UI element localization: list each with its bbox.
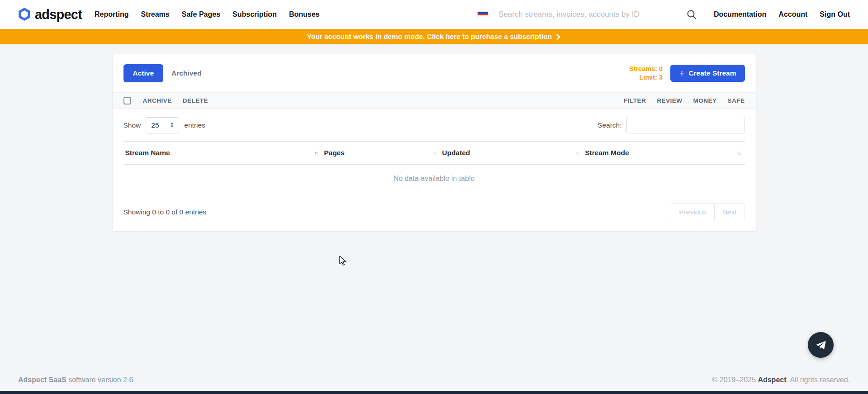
streams-count: Streams: 0 — [629, 65, 663, 73]
previous-page-button[interactable]: Previous — [671, 203, 714, 221]
streams-limit: Limit: 3 — [629, 73, 663, 82]
table-search-label: Search: — [598, 121, 621, 129]
nav-bonuses[interactable]: Bonuses — [289, 10, 320, 19]
column-header-stream-mode[interactable]: Stream Mode ↑↓ — [583, 142, 745, 165]
next-page-button[interactable]: Next — [714, 203, 745, 221]
entries-label: entries — [184, 121, 205, 129]
nav-streams[interactable]: Streams — [141, 10, 170, 19]
header-search-area — [332, 9, 701, 20]
sort-icon: ↑↓ — [575, 150, 579, 157]
column-header-stream-name[interactable]: Stream Name ↑↓ — [123, 142, 323, 165]
plus-icon: + — [679, 69, 684, 77]
column-header-pages[interactable]: Pages ↑↓ — [322, 142, 440, 165]
card-footer-row: Showing 0 to 0 of 0 entries Previous Nex… — [113, 193, 756, 231]
entries-select-value: 25 — [151, 121, 159, 129]
top-links: Documentation Account Sign Out — [702, 10, 850, 19]
streams-table: Stream Name ↑↓ Pages ↑↓ Updated ↑↓ — [123, 141, 745, 193]
streams-card: Active Archived Streams: 0 Limit: 3 + Cr… — [112, 54, 756, 232]
toggle-review[interactable]: REVIEW — [657, 97, 682, 104]
empty-row: No data available in table — [123, 165, 745, 193]
card-header-row: Active Archived Streams: 0 Limit: 3 + Cr… — [113, 54, 756, 92]
table-info: Showing 0 to 0 of 0 entries — [123, 208, 207, 216]
chevron-right-icon — [556, 33, 561, 40]
table-search-wrap: Search: — [598, 117, 745, 133]
column-header-updated[interactable]: Updated ↑↓ — [440, 142, 583, 165]
tab-archived[interactable]: Archived — [163, 64, 209, 82]
telegram-chat-button[interactable] — [808, 332, 834, 358]
toggle-safe[interactable]: SAFE — [727, 97, 745, 104]
sort-icon: ↑↓ — [737, 150, 740, 157]
tab-active[interactable]: Active — [123, 64, 164, 82]
bulk-actions-bar: ARCHIVE DELETE FILTER REVIEW MONEY SAFE — [113, 92, 756, 109]
demo-banner-text[interactable]: Your account works in demo mode. Click h… — [307, 33, 552, 41]
demo-mode-banner[interactable]: Your account works in demo mode. Click h… — [0, 29, 868, 44]
main-nav: Reporting Streams Safe Pages Subscriptio… — [95, 10, 332, 19]
mouse-cursor — [338, 256, 348, 266]
nav-documentation[interactable]: Documentation — [714, 10, 766, 19]
toggle-filter[interactable]: FILTER — [624, 97, 646, 104]
stream-quota: Streams: 0 Limit: 3 — [629, 65, 663, 82]
column-toggles: FILTER REVIEW MONEY SAFE — [613, 97, 745, 104]
delete-action[interactable]: DELETE — [183, 97, 208, 104]
nav-reporting[interactable]: Reporting — [95, 10, 129, 19]
bottom-edge-strip — [0, 391, 868, 394]
footer-copyright: © 2019–2025 Adspect. All rights reserved… — [712, 376, 850, 384]
footer-version: Adspect SaaS software version 2.6 — [18, 376, 133, 384]
archive-action[interactable]: ARCHIVE — [143, 97, 172, 104]
telegram-plane-icon — [815, 339, 827, 351]
global-search-input[interactable] — [498, 10, 676, 19]
nav-sign-out[interactable]: Sign Out — [820, 10, 850, 19]
sort-icon: ↑↓ — [314, 150, 318, 157]
toggle-money[interactable]: MONEY — [693, 97, 716, 104]
select-all-checkbox[interactable] — [123, 97, 131, 104]
table-controls-row: Show 25 ▲▼ entries Search: — [113, 109, 756, 141]
entries-select[interactable]: 25 ▲▼ — [146, 117, 179, 133]
table-header-row: Stream Name ↑↓ Pages ↑↓ Updated ↑↓ — [123, 142, 745, 165]
bulk-actions: ARCHIVE DELETE — [143, 97, 219, 104]
show-label: Show — [123, 121, 141, 129]
brand-name: adspect — [35, 7, 82, 22]
nav-account[interactable]: Account — [778, 10, 807, 19]
search-icon[interactable] — [687, 9, 697, 20]
create-stream-button[interactable]: + Create Stream — [670, 65, 745, 82]
empty-message: No data available in table — [123, 165, 745, 193]
stepper-icon: ▲▼ — [170, 122, 174, 128]
nav-safe-pages[interactable]: Safe Pages — [182, 10, 220, 19]
language-flag-icon[interactable] — [477, 11, 489, 18]
sort-icon: ↑↓ — [432, 150, 436, 157]
page-footer: Adspect SaaS software version 2.6 © 2019… — [0, 376, 868, 384]
streams-table-wrap: Stream Name ↑↓ Pages ↑↓ Updated ↑↓ — [113, 141, 756, 193]
hexagon-logo-icon — [18, 8, 31, 21]
table-search-input[interactable] — [626, 117, 745, 133]
pagination: Previous Next — [671, 203, 745, 221]
nav-subscription[interactable]: Subscription — [232, 10, 277, 19]
brand-logo[interactable]: adspect — [18, 7, 82, 22]
top-navbar: adspect Reporting Streams Safe Pages Sub… — [0, 0, 868, 29]
